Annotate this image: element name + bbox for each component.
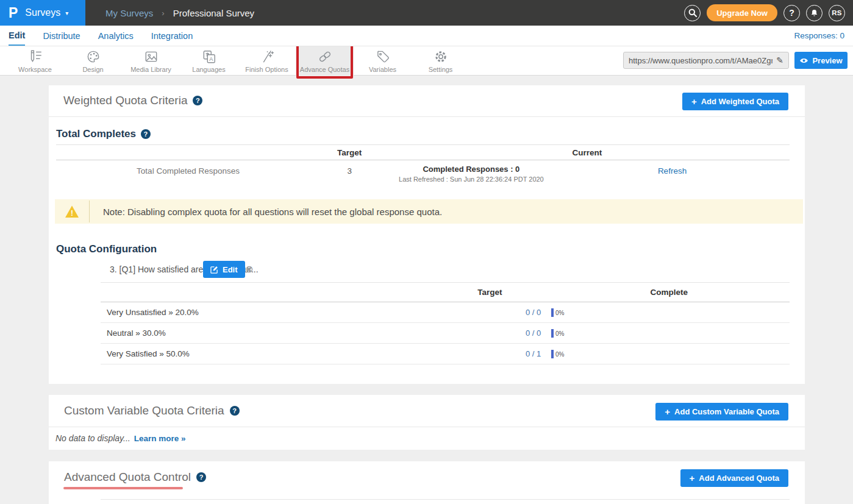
annotation-underline	[63, 487, 183, 489]
table-row: Very Unsatisfied » 20.0% 0 / 0 0%	[101, 302, 790, 323]
progress-bar	[551, 329, 554, 338]
help-icon[interactable]: ?	[193, 96, 202, 105]
column-current: Current	[573, 145, 602, 160]
weighted-quota-title: Weighted Quota Criteria ?	[63, 94, 202, 107]
advanced-quota-control-card: Advanced Quota Control ? + Add Advanced …	[49, 461, 805, 504]
breadcrumb-separator-icon: ›	[162, 9, 164, 18]
column-target: Target	[337, 145, 362, 160]
add-weighted-quota-button[interactable]: + Add Weighted Quota	[682, 93, 788, 110]
finish-options-icon	[259, 49, 275, 65]
add-advanced-quota-button[interactable]: + Add Advanced Quota	[680, 469, 788, 487]
advanced-quota-control-title: Advanced Quota Control ?	[64, 470, 206, 484]
tab-integration[interactable]: Integration	[151, 27, 193, 45]
survey-tabs: Edit Distribute Analytics Integration Re…	[0, 26, 853, 46]
progress-percent: 0%	[555, 351, 564, 358]
column-complete: Complete	[650, 283, 688, 302]
progress-indicator: 0%	[551, 308, 564, 317]
target-value: 3	[347, 166, 352, 176]
progress-indicator: 0%	[551, 329, 564, 338]
toolbar-item-advance-quotas[interactable]: Advance Quotas	[296, 46, 354, 76]
settings-icon	[433, 49, 449, 65]
help-icon[interactable]: ?	[196, 472, 206, 482]
eye-icon	[799, 57, 808, 64]
responses-count[interactable]: Responses: 0	[794, 31, 844, 40]
custom-variable-quota-card: Custom Variable Quota Criteria ? + Add C…	[49, 395, 805, 450]
chevron-down-icon: ▾	[65, 10, 68, 16]
breadcrumb-my-surveys[interactable]: My Surveys	[105, 8, 153, 18]
search-icon[interactable]	[684, 5, 701, 21]
answer-label: Neutral » 30.0%	[107, 323, 166, 344]
survey-url-field[interactable]: https://www.questionpro.com/t/AMae0Zgn ✎	[623, 52, 789, 69]
table-row: Neutral » 30.0% 0 / 0 0%	[101, 323, 790, 344]
languages-icon: A	[201, 49, 217, 65]
svg-text:A: A	[209, 56, 213, 62]
upgrade-now-button[interactable]: Upgrade Now	[707, 4, 777, 21]
plus-icon: +	[665, 407, 670, 416]
progress-percent: 0%	[555, 310, 564, 316]
top-header: P Surveys ▾ My Surveys › Professional Su…	[0, 0, 853, 26]
target-ratio[interactable]: 0 / 0	[526, 302, 541, 323]
target-ratio[interactable]: 0 / 0	[526, 323, 541, 344]
tab-edit[interactable]: Edit	[9, 26, 25, 46]
notifications-bell-icon[interactable]	[806, 5, 823, 21]
quota-note-banner: ! Note: Disabling complex quota for all …	[55, 199, 803, 224]
toolbar-item-settings[interactable]: Settings	[412, 46, 469, 76]
plus-icon: +	[690, 474, 695, 483]
toolbar-item-media-library[interactable]: Media Library	[122, 46, 180, 76]
edit-question-quota-button[interactable]: Edit	[203, 261, 245, 278]
current-status: Completed Responses : 0 Last Refreshed :…	[399, 165, 544, 183]
table-header-row: Target Current	[56, 144, 790, 160]
toolbar-item-finish-options[interactable]: Finish Options	[238, 46, 296, 76]
empty-state: No data to display... Learn more »	[55, 433, 186, 443]
table-header-row: Target Complete	[101, 282, 790, 302]
target-ratio[interactable]: 0 / 1	[526, 344, 541, 364]
total-completes-heading: Total Completes ?	[56, 128, 151, 140]
warning-triangle-icon: !	[65, 205, 79, 218]
divider	[49, 427, 805, 427]
no-data-text: No data to display...	[55, 433, 130, 443]
weighted-quota-card: Weighted Quota Criteria ? + Add Weighted…	[49, 85, 805, 384]
tab-distribute[interactable]: Distribute	[43, 27, 80, 45]
edit-pencil-icon	[210, 266, 218, 274]
svg-text:!: !	[71, 209, 73, 218]
last-refreshed-timestamp: Last Refreshed : Sun Jun 28 22:36:24 PDT…	[399, 176, 544, 183]
answer-label: Very Satisfied » 50.0%	[107, 344, 190, 364]
add-custom-variable-quota-button[interactable]: + Add Custom Variable Quota	[655, 403, 788, 421]
column-target: Target	[477, 283, 502, 302]
divider	[101, 499, 790, 500]
progress-percent: 0%	[555, 330, 564, 337]
help-icon[interactable]: ?	[230, 406, 240, 416]
toolbar-item-workspace[interactable]: Workspace	[6, 46, 64, 76]
help-icon[interactable]: ?	[141, 129, 151, 139]
learn-more-link[interactable]: Learn more »	[134, 434, 186, 443]
custom-variable-quota-title: Custom Variable Quota Criteria ?	[64, 404, 240, 417]
avatar[interactable]: RS	[829, 5, 845, 21]
toolbar-item-design[interactable]: Design	[64, 46, 122, 76]
product-menu[interactable]: P Surveys ▾	[0, 0, 85, 26]
toolbar-item-variables[interactable]: Variables	[354, 46, 412, 76]
preview-button[interactable]: Preview	[794, 52, 848, 69]
answer-label: Very Unsatisfied » 20.0%	[107, 302, 199, 323]
edit-toolbar: Workspace Design Media Library	[0, 46, 853, 76]
help-circle-icon[interactable]: ?	[783, 5, 800, 21]
completed-responses-count: Completed Responses : 0	[399, 165, 544, 174]
table-row: Very Satisfied » 50.0% 0 / 1 0%	[101, 344, 790, 364]
design-icon	[85, 49, 101, 65]
breadcrumb: My Surveys › Professional Survey	[105, 0, 254, 26]
questionpro-logo-icon: P	[9, 4, 18, 21]
divider	[49, 116, 805, 117]
plus-icon: +	[691, 97, 697, 106]
quota-question-row: 3. [Q1] How satisfied are you with our..…	[49, 261, 805, 279]
edit-url-pencil-icon[interactable]: ✎	[776, 55, 783, 65]
toolbar-item-languages[interactable]: A Languages	[180, 46, 238, 76]
media-library-icon	[143, 49, 159, 65]
tab-analytics[interactable]: Analytics	[98, 27, 134, 45]
variables-icon	[375, 49, 391, 65]
progress-indicator: 0%	[551, 350, 564, 358]
note-text: Note: Disabling complex quota for all qu…	[90, 199, 442, 224]
advance-quotas-icon	[317, 49, 333, 65]
quota-answers-table: Target Complete Very Unsatisfied » 20.0%…	[101, 282, 790, 364]
refresh-link[interactable]: Refresh	[658, 166, 687, 176]
progress-bar	[551, 350, 554, 358]
remove-quota-icon[interactable]: ⊗	[245, 263, 253, 275]
